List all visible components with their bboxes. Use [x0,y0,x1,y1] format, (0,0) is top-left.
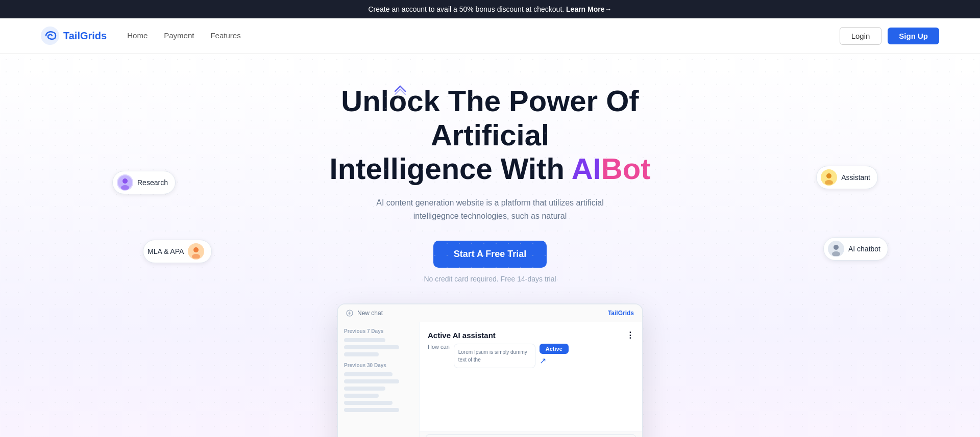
topbar-brand: TailGrids [608,310,634,317]
cta-note: No credit card required. Free 14-days tr… [10,275,970,283]
mockup-container: New chat TailGrids Previous 7 Days Previ… [337,303,643,437]
headline-line1: Unlock The Power Of Artificial [341,84,639,151]
avatar-assistant [821,169,837,186]
nav-right: Login Sign Up [840,27,939,45]
sidebar-bar-9 [344,408,399,412]
mockup-body: Previous 7 Days Previous 30 Days [338,322,642,437]
active-button[interactable]: Active [540,344,569,354]
login-button[interactable]: Login [840,27,882,45]
sidebar-bar-7 [344,394,379,398]
mockup-input[interactable]: | [426,434,636,437]
nav-links: Home Payment Features [127,31,240,40]
nav-payment[interactable]: Payment [164,31,194,40]
svg-point-0 [41,27,59,45]
nav-home[interactable]: Home [127,31,148,40]
headline-line2: Intelligence With [330,152,572,185]
avatar-mla [188,243,204,260]
hero-subtext: AI content generation website is a platf… [357,196,623,222]
logo[interactable]: TailGrids [41,27,107,45]
sparkle-icon [393,84,407,100]
badge-assistant-label: Assistant [841,173,870,182]
logo-icon [41,27,59,45]
cta-button[interactable]: Start A Free Trial [433,241,547,268]
cursor-icon: ↗ [540,356,569,366]
banner-text: Create an account to avail a 50% bonus d… [368,5,564,13]
nav-features[interactable]: Features [210,31,240,40]
hero-section: Research MLA & APA Assistant [0,54,980,437]
svg-point-11 [834,245,839,250]
sidebar-bar-4 [344,372,393,376]
chat-title: Active AI assistant ⋮ [428,330,634,340]
mockup-frame: New chat TailGrids Previous 7 Days Previ… [337,303,643,437]
sidebar-label-2: Previous 30 Days [344,363,413,368]
badge-research-label: Research [137,178,168,187]
headline-bot: Bot [601,152,651,185]
badge-research: Research [112,171,176,194]
signup-button[interactable]: Sign Up [888,28,939,44]
badge-chatbot: AI chatbot [823,237,888,261]
chat-how-can: How can [428,344,450,350]
mockup-topbar-left: New chat [346,310,383,317]
sidebar-bar-8 [344,401,393,405]
chat-lorem-card: Lorem Ipsum is simply dummy text of the [454,344,535,368]
headline-ai: AI [572,152,601,185]
sidebar-spacer: Previous 30 Days [344,363,413,412]
topbar-new-chat: New chat [357,310,383,317]
badge-chatbot-label: AI chatbot [848,245,880,253]
logo-text: TailGrids [63,30,107,42]
sidebar-bar-1 [344,338,385,342]
svg-point-2 [122,178,128,184]
mockup-sidebar: Previous 7 Days Previous 30 Days [338,322,420,437]
sidebar-bar-5 [344,379,399,383]
hero-headline: Unlock The Power Of Artificial Intellige… [311,84,669,186]
active-button-area: Active ↗ [540,344,569,366]
navbar: TailGrids Home Payment Features Login Si… [0,18,980,54]
sidebar-bar-2 [344,345,399,349]
sidebar-label-1: Previous 7 Days [344,328,413,334]
new-chat-icon [346,310,353,317]
mockup-topbar: New chat TailGrids [338,304,642,322]
svg-point-8 [826,173,831,178]
badge-mla: MLA & APA [143,240,212,263]
mockup-main: Active AI assistant ⋮ How can Lorem Ipsu… [420,322,642,437]
nav-left: TailGrids Home Payment Features [41,27,241,45]
chat-row: How can Lorem Ipsum is simply dummy text… [428,344,634,368]
chat-dots-icon: ⋮ [626,330,634,340]
svg-point-5 [193,247,199,252]
avatar-chatbot [828,241,844,257]
avatar-research [117,174,133,191]
badge-assistant: Assistant [816,166,878,189]
sidebar-bar-6 [344,387,385,391]
sidebar-bar-3 [344,352,379,356]
top-banner: Create an account to avail a 50% bonus d… [0,0,980,18]
banner-link[interactable]: Learn More→ [566,5,611,13]
mockup-input-area: | [420,431,642,437]
badge-mla-label: MLA & APA [148,247,184,255]
